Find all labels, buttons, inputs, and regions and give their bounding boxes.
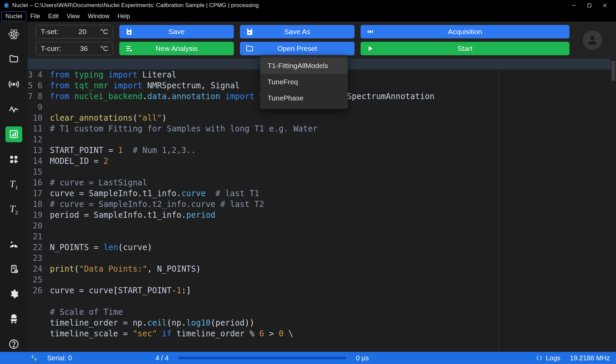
menu-item-help[interactable]: Help: [114, 11, 134, 21]
menu-item-edit[interactable]: Edit: [44, 11, 63, 21]
svg-rect-15: [12, 135, 13, 137]
new-analysis-button[interactable]: New Analysis: [119, 42, 234, 55]
temp-set-value: 20: [72, 28, 86, 36]
temp-set-unit: °C: [100, 28, 108, 36]
sidebar-item-device[interactable]: [5, 261, 22, 277]
start-button[interactable]: Start: [361, 42, 569, 55]
folder-icon: [245, 44, 254, 53]
save-button[interactable]: Save: [119, 25, 234, 38]
temp-curr-label: T-curr:: [41, 44, 61, 53]
window-minimize-button[interactable]: [566, 0, 582, 11]
user-avatar[interactable]: [583, 30, 602, 50]
statusbar: Serial: 0 4 / 4 0 µs Logs 19.2188 MHz: [0, 352, 616, 364]
start-label: Start: [458, 44, 472, 53]
acquisition-button[interactable]: Acquisition: [361, 25, 569, 38]
status-sync[interactable]: [30, 354, 38, 362]
save-as-icon: [245, 27, 254, 36]
menubar: NucleiFileEditViewWindowHelp: [0, 11, 616, 22]
svg-rect-34: [248, 28, 251, 30]
temperature-set: T-set: 20 °C: [36, 25, 113, 38]
temperature-current: T-curr: 36 °C: [36, 42, 113, 55]
svg-point-31: [13, 346, 14, 347]
titlebar: Nuclei – C:\Users\WAR\Documents\Nuclei E…: [0, 0, 616, 11]
sidebar-item-dig[interactable]: [5, 236, 22, 252]
svg-point-29: [15, 322, 17, 323]
status-progress: [178, 357, 346, 359]
save-as-label: Save As: [284, 28, 310, 36]
menu-item-file[interactable]: File: [26, 11, 44, 21]
sidebar-item-stroller[interactable]: [5, 311, 22, 327]
sidebar-item-tqt[interactable]: TQT: [5, 26, 22, 42]
svg-point-37: [590, 36, 594, 40]
app-logo-icon: [3, 2, 9, 8]
svg-point-33: [128, 32, 130, 34]
temp-curr-value: 36: [74, 44, 88, 53]
sidebar-item-widgets[interactable]: [5, 152, 22, 167]
temp-set-label: T-set:: [41, 28, 59, 36]
svg-rect-20: [10, 160, 13, 163]
status-steps: 4 / 4: [155, 354, 168, 362]
save-label: Save: [168, 28, 185, 36]
preset-item[interactable]: T1-FittingAllModels: [260, 58, 348, 74]
svg-point-21: [11, 241, 12, 243]
status-logs[interactable]: Logs: [536, 354, 560, 362]
svg-marker-43: [369, 46, 373, 51]
sidebar-item-broadcast[interactable]: [5, 77, 22, 92]
sidebar-item-t1[interactable]: T1: [5, 177, 22, 192]
menu-item-view[interactable]: View: [63, 11, 84, 21]
open-preset-label: Open Preset: [277, 44, 317, 53]
sidebar-item-chart[interactable]: [5, 126, 22, 142]
temp-curr-unit: °C: [100, 44, 108, 53]
preset-item[interactable]: TuneFreq: [260, 74, 348, 90]
svg-point-13: [13, 83, 14, 85]
window-title: Nuclei – C:\Users\WAR\Documents\Nuclei E…: [12, 2, 566, 9]
list-plus-icon: [125, 44, 133, 53]
svg-rect-16: [13, 133, 14, 137]
sidebar-item-settings[interactable]: [5, 286, 22, 302]
svg-rect-32: [128, 29, 130, 30]
line-number-gutter: 1 2 3 4 5 6 7 8 9 10 11 12 13 14 15 16 1…: [28, 59, 47, 352]
sidebar-item-help[interactable]: [5, 336, 22, 352]
svg-rect-19: [14, 156, 17, 158]
window-maximize-button[interactable]: [582, 0, 597, 11]
window-close-button[interactable]: [597, 0, 613, 11]
sidebar-item-t2[interactable]: T2: [5, 202, 22, 217]
status-frequency[interactable]: 19.2188 MHz: [570, 354, 610, 362]
ruler: [499, 59, 499, 352]
menu-item-nuclei[interactable]: Nuclei: [1, 11, 26, 21]
open-preset-button[interactable]: Open Preset: [240, 42, 355, 55]
svg-rect-5: [588, 4, 591, 7]
save-icon: [125, 27, 133, 36]
sidebar-item-folder[interactable]: [5, 51, 22, 67]
save-as-button[interactable]: Save As: [240, 25, 355, 38]
svg-rect-17: [15, 132, 16, 136]
sidebar: TQT T1 T2: [0, 22, 28, 352]
preset-dropdown[interactable]: T1-FittingAllModelsTuneFreqTunePhase: [260, 55, 348, 109]
toolbar: T-set: 20 °C Save Save As Acquisition T-…: [28, 22, 616, 59]
broadcast-icon: [366, 27, 375, 36]
play-icon: [366, 44, 375, 53]
svg-point-36: [370, 31, 371, 32]
svg-point-28: [11, 322, 13, 323]
vertical-scrollbar[interactable]: [611, 59, 616, 352]
sidebar-item-spark[interactable]: [5, 101, 22, 117]
status-serial[interactable]: Serial: 0: [47, 354, 72, 362]
svg-point-35: [248, 32, 250, 34]
status-time: 0 µs: [356, 354, 369, 362]
svg-point-11: [13, 33, 15, 35]
menu-item-window[interactable]: Window: [84, 11, 114, 21]
svg-text:TQT: TQT: [11, 37, 17, 40]
new-analysis-label: New Analysis: [156, 44, 198, 53]
preset-item[interactable]: TunePhase: [260, 90, 348, 106]
svg-rect-18: [10, 156, 13, 158]
acquisition-label: Acquisition: [448, 28, 482, 36]
